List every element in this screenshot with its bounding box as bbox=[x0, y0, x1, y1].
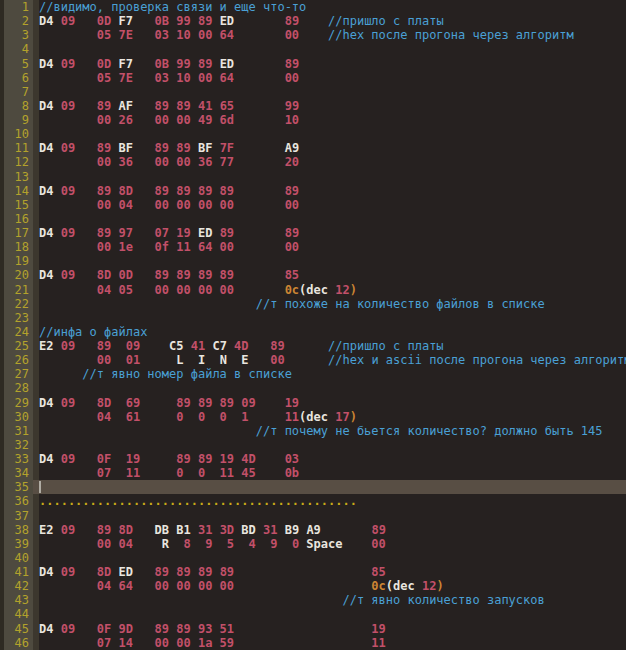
line-number: 34 bbox=[4, 466, 33, 480]
line-number: 18 bbox=[4, 240, 33, 254]
hex-token: 0B 99 89 bbox=[133, 14, 220, 28]
code-line[interactable]: //т похоже на количество файлов в списке bbox=[39, 297, 626, 311]
hex-token: N bbox=[220, 353, 227, 367]
code-line[interactable]: D4 09 0F 19 89 89 19 4D 03 bbox=[39, 452, 626, 466]
hex-token: 00 bbox=[342, 537, 385, 551]
line-number: 15 bbox=[4, 198, 33, 212]
editor-row: 40 bbox=[0, 551, 626, 565]
code-line[interactable]: //т явно количество запусков bbox=[39, 593, 626, 607]
line-number: 14 bbox=[4, 184, 33, 198]
code-line[interactable]: 07 14 00 00 1a 59 11 bbox=[39, 636, 626, 650]
hex-token: F7 bbox=[118, 57, 132, 71]
code-line[interactable]: D4 09 0D F7 0B 99 89 ED 89 bbox=[39, 57, 626, 71]
editor-row: 39 00 04 R 8 9 5 4 9 0 Space 00 bbox=[0, 537, 626, 551]
code-line[interactable]: 04 64 00 00 00 00 0c(dec 12) bbox=[39, 579, 626, 593]
editor-row: 9 00 26 00 00 49 6d 10 bbox=[0, 113, 626, 127]
code-line[interactable] bbox=[39, 254, 626, 268]
line-number: 6 bbox=[4, 71, 33, 85]
code-line[interactable]: D4 09 8D ED 89 89 89 89 85 bbox=[39, 565, 626, 579]
code-line[interactable]: D4 09 8D 69 89 89 89 09 19 bbox=[39, 396, 626, 410]
code-line[interactable]: 00 01 L I N E 00 //hex и ascii после про… bbox=[39, 353, 626, 367]
hex-token: C5 bbox=[169, 339, 183, 353]
code-line[interactable]: //т почему не бьется количество? должно … bbox=[39, 424, 626, 438]
line-number: 4 bbox=[4, 42, 33, 56]
comment-text: //т почему не бьется количество? должно … bbox=[39, 424, 603, 438]
line-number: 29 bbox=[4, 396, 33, 410]
code-line[interactable]: D4 09 89 97 07 19 ED 89 89 bbox=[39, 226, 626, 240]
line-number: 7 bbox=[4, 85, 33, 99]
editor-row: 41D4 09 8D ED 89 89 89 89 85 bbox=[0, 565, 626, 579]
hex-token: 0B 99 89 bbox=[133, 57, 220, 71]
code-line[interactable] bbox=[39, 85, 626, 99]
code-line[interactable]: 00 36 00 00 36 77 20 bbox=[39, 155, 626, 169]
hex-token: 04 64 00 00 00 00 bbox=[39, 579, 371, 593]
line-number: 21 bbox=[4, 283, 33, 297]
editor-row: 29D4 09 8D 69 89 89 89 09 19 bbox=[0, 396, 626, 410]
hex-token: 31 bbox=[256, 523, 285, 537]
text-caret bbox=[39, 481, 41, 493]
code-line[interactable]: E2 09 89 8D DB B1 31 3D BD 31 B9 A9 89 bbox=[39, 523, 626, 537]
editor-row: 25E2 09 89 09 C5 41 C7 4D 89 //пришло с … bbox=[0, 339, 626, 353]
code-line[interactable]: E2 09 89 09 C5 41 C7 4D 89 //пришло с пл… bbox=[39, 339, 626, 353]
comment-text: //пришло с платы bbox=[285, 339, 444, 353]
code-line[interactable]: 00 26 00 00 49 6d 10 bbox=[39, 113, 626, 127]
code-line[interactable] bbox=[39, 480, 626, 494]
hex-token: ) bbox=[350, 283, 357, 297]
code-line[interactable]: 00 04 00 00 00 00 00 bbox=[39, 198, 626, 212]
line-number: 42 bbox=[4, 579, 33, 593]
code-line[interactable]: 00 1e 0f 11 64 00 00 bbox=[39, 240, 626, 254]
code-line[interactable]: D4 09 89 8D 89 89 89 89 89 bbox=[39, 184, 626, 198]
code-line[interactable]: D4 09 0F 9D 89 89 93 51 19 bbox=[39, 622, 626, 636]
code-line[interactable]: 07 11 0 0 11 45 0b bbox=[39, 466, 626, 480]
code-line[interactable]: ........................................… bbox=[39, 494, 626, 508]
editor-row: 21 04 05 00 00 00 00 0c(dec 12) bbox=[0, 283, 626, 297]
code-line[interactable]: 05 7E 03 10 00 64 00 //hex после прогона… bbox=[39, 28, 626, 42]
hex-token: 00 01 bbox=[39, 353, 176, 367]
line-number: 32 bbox=[4, 438, 33, 452]
editor-row: 20D4 09 8D 0D 89 89 89 89 85 bbox=[0, 268, 626, 282]
line-number: 20 bbox=[4, 268, 33, 282]
code-line[interactable] bbox=[39, 170, 626, 184]
hex-token: 05 7E 03 10 00 64 00 bbox=[39, 71, 299, 85]
comment-text: //hex после прогона через алгоритм bbox=[299, 28, 574, 42]
comment-text: //видимо, проверка связи и еще что-то bbox=[39, 0, 306, 14]
hex-token: 89 89 89 89 85 bbox=[133, 565, 386, 579]
code-line[interactable] bbox=[39, 607, 626, 621]
code-line[interactable]: D4 09 0D F7 0B 99 89 ED 89 //пришло с пл… bbox=[39, 14, 626, 28]
code-line[interactable]: 04 61 0 0 0 1 11(dec 17) bbox=[39, 410, 626, 424]
code-line[interactable] bbox=[39, 42, 626, 56]
code-line[interactable]: 04 05 00 00 00 00 0c(dec 12) bbox=[39, 283, 626, 297]
comment-text: //hex и ascii после прогона через алгори… bbox=[285, 353, 626, 367]
line-number: 11 bbox=[4, 141, 33, 155]
editor-row: 13 bbox=[0, 170, 626, 184]
line-number: 23 bbox=[4, 311, 33, 325]
hex-token: 04 05 00 00 00 00 bbox=[39, 283, 285, 297]
hex-token: 09 8D bbox=[53, 565, 118, 579]
hex-token: 04 61 0 0 0 1 11 bbox=[39, 410, 299, 424]
editor-row: 7 bbox=[0, 85, 626, 99]
editor-row: 6 05 7E 03 10 00 64 00 bbox=[0, 71, 626, 85]
hex-token: 89 bbox=[234, 14, 299, 28]
code-line[interactable]: //видимо, проверка связи и еще что-то bbox=[39, 0, 626, 14]
hex-token: E2 bbox=[39, 523, 53, 537]
code-line[interactable]: D4 09 8D 0D 89 89 89 89 85 bbox=[39, 268, 626, 282]
code-line[interactable] bbox=[39, 438, 626, 452]
code-line[interactable]: D4 09 89 BF 89 89 BF 7F A9 bbox=[39, 141, 626, 155]
code-line[interactable] bbox=[39, 551, 626, 565]
code-line[interactable]: 00 04 R 8 9 5 4 9 0 Space 00 bbox=[39, 537, 626, 551]
hex-token bbox=[205, 353, 219, 367]
code-line[interactable] bbox=[39, 381, 626, 395]
editor-row: 38E2 09 89 8D DB B1 31 3D BD 31 B9 A9 89 bbox=[0, 523, 626, 537]
code-line[interactable]: 05 7E 03 10 00 64 00 bbox=[39, 71, 626, 85]
code-line[interactable]: //т явно номер файла в списке bbox=[39, 367, 626, 381]
code-line[interactable] bbox=[39, 212, 626, 226]
code-line[interactable] bbox=[39, 311, 626, 325]
hex-token: F7 bbox=[118, 14, 132, 28]
code-line[interactable] bbox=[39, 127, 626, 141]
code-line[interactable] bbox=[39, 509, 626, 523]
editor-row: 19 bbox=[0, 254, 626, 268]
code-line[interactable]: D4 09 89 AF 89 89 41 65 99 bbox=[39, 99, 626, 113]
editor-row: 23 bbox=[0, 311, 626, 325]
editor-row: 30 04 61 0 0 0 1 11(dec 17) bbox=[0, 410, 626, 424]
code-line[interactable]: //инфа о файлах bbox=[39, 325, 626, 339]
